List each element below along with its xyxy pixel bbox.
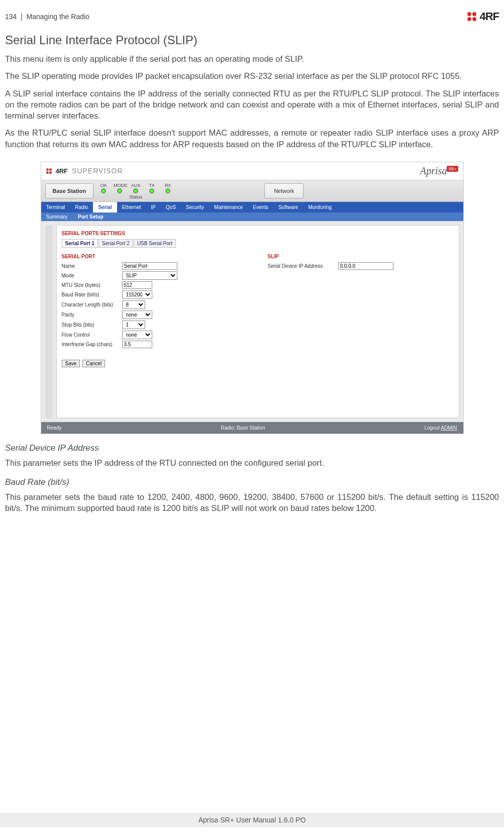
name-input[interactable] [122,262,177,270]
base-station-button[interactable]: Base Station [45,183,94,198]
sv-aprisa-text: Aprisa [420,165,447,176]
sv-sr-badge: SR+ [447,166,458,172]
led-label-rx: RX [165,183,171,188]
brand-logo-4rf: 4RF [467,10,499,23]
page-number: 134 [5,13,17,21]
flow-select[interactable]: none [122,331,152,339]
save-button[interactable]: Save [62,360,80,367]
paragraph-1: This menu item is only applicable if the… [5,53,499,64]
nav-security[interactable]: Security [181,202,209,213]
led-label-mode: MODE [114,183,127,188]
led-ok-icon [101,188,106,193]
parity-label: Parity [62,312,122,318]
sv-supervisor-label: SUPERVISOR [72,167,123,175]
nav-ip[interactable]: IP [146,202,161,213]
panel-heading: SERIAL PORTS SETTINGS [62,231,454,236]
main-navbar: Terminal Radio Serial Ethernet IP QoS Se… [41,202,463,213]
mtu-input[interactable] [122,281,152,289]
chlen-select[interactable]: 8 [122,300,145,309]
led-aux-icon [133,188,138,193]
mtu-label: MTU Size (bytes) [62,282,122,288]
nav-maintenance[interactable]: Maintenance [209,202,248,213]
slip-subhead: SLIP [268,254,454,259]
tab-serial-port-1[interactable]: Serial Port 1 [62,239,98,248]
serial-settings-panel: SERIAL PORTS SETTINGS Serial Port 1 Seri… [56,225,459,418]
gap-input[interactable] [122,341,152,348]
tab-usb-serial-port[interactable]: USB Serial Port [134,239,176,248]
led-tx-icon [149,188,154,193]
stop-select[interactable]: 1 [122,321,145,329]
sv-logo-dots-icon [46,168,52,174]
footer-ready: Ready [47,425,62,431]
supervisor-screenshot: 4RF SUPERVISOR AprisaSR+ Base Station OK… [41,162,464,434]
sub-navbar: Summary Port Setup [41,213,463,221]
baud-label: Baud Rate (bit/s) [62,292,122,297]
mode-label: Mode [62,273,122,278]
subheading-baud-rate: Baud Rate (bit/s) [5,477,499,487]
baud-select[interactable]: 115200 [122,290,152,299]
logo-dots-icon [467,12,476,21]
page-footer: Aprisa SR+ User Manual 1.6.0 PO [0,813,504,827]
nav-terminal[interactable]: Terminal [41,202,70,213]
led-mode-icon [117,188,122,193]
paragraph-4: As the RTU/PLC serial SLIP interface doe… [5,127,499,150]
subheading-serial-device-ip: Serial Device IP Address [5,443,499,453]
stop-label: Stop Bits (bits) [62,322,122,328]
name-label: Name [62,263,122,269]
serdev-input[interactable] [338,262,393,270]
nav-software[interactable]: Software [273,202,303,213]
gap-label: Interframe Gap (chars) [62,342,122,347]
sv-left-gutter [45,225,52,418]
footer-radio: Radio: Base Station [221,425,265,431]
nav-ethernet[interactable]: Ethernet [117,202,146,213]
nav-serial[interactable]: Serial [93,202,117,213]
body-baud-rate: This parameter sets the baud rate to 120… [5,491,499,514]
sv-aprisa-logo: AprisaSR+ [420,165,458,177]
nav-radio[interactable]: Radio [70,202,93,213]
serial-port-subhead: SERIAL PORT [62,254,248,259]
mode-select[interactable]: SLIP [122,271,177,280]
page-title: Serial Line Interface Protocol (SLIP) [5,33,499,47]
logout-label: Logout [424,425,440,431]
network-button[interactable]: Network [264,183,304,198]
led-label-tx: TX [149,183,155,188]
subnav-port-setup[interactable]: Port Setup [78,214,104,220]
led-label-ok: OK [100,183,107,188]
brand-text: 4RF [479,10,499,23]
chlen-label: Character Length (bits) [62,302,122,307]
status-label: Status [97,194,174,199]
sv-footer: Ready Radio: Base Station Logout ADMIN [41,422,463,434]
page-header: 134 | Managing the Radio 4RF [5,10,499,23]
header-section: Managing the Radio [27,13,89,21]
tab-serial-port-2[interactable]: Serial Port 2 [98,239,133,248]
paragraph-3: A SLIP serial interface contains the IP … [5,88,499,122]
nav-events[interactable]: Events [248,202,273,213]
sv-brand-4rf: 4RF [56,167,68,175]
nav-qos[interactable]: QoS [161,202,181,213]
cancel-button[interactable]: Cancel [82,360,105,367]
paragraph-2: The SLIP operating mode provides IP pack… [5,70,499,81]
sv-status-bar: Base Station OK MODE AUX TX RX Status Ne… [41,180,463,202]
logout-link[interactable]: ADMIN [441,425,457,431]
sv-branding: 4RF SUPERVISOR [46,165,123,177]
subnav-summary[interactable]: Summary [46,214,68,220]
serdev-label: Serial Device IP Address [268,263,338,269]
led-rx-icon [165,188,170,193]
led-label-aux: AUX [131,183,141,188]
nav-monitoring[interactable]: Monitoring [303,202,337,213]
parity-select[interactable]: none [122,310,152,319]
flow-label: Flow Control [62,332,122,338]
body-serial-device-ip: This parameter sets the IP address of th… [5,457,499,468]
